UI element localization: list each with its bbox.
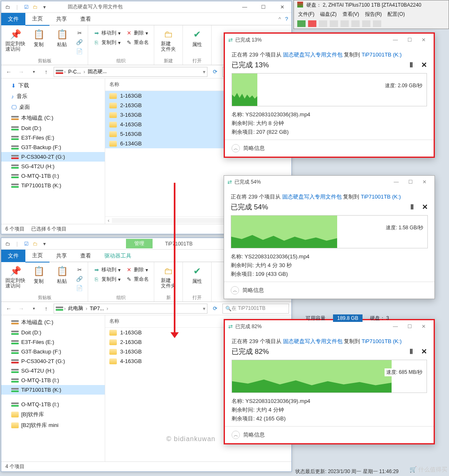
dst-link[interactable]: TiP71001TB (K:) <box>362 52 402 58</box>
nav-item[interactable]: E3T-Files (E:) <box>1 337 105 347</box>
nav-item[interactable]: Doit (D:) <box>1 123 105 133</box>
ribbon-collapse-icon[interactable]: ^ <box>279 16 281 22</box>
src-link[interactable]: 固态硬盘写入专用文件包 <box>283 338 343 344</box>
close-button[interactable]: ✕ <box>417 324 430 329</box>
max-button[interactable]: ☐ <box>403 37 416 43</box>
delete-button[interactable]: ✕删除 ▾ <box>124 265 150 274</box>
max-button[interactable]: ☐ <box>403 324 416 329</box>
tab-share[interactable]: 共享 <box>49 13 74 25</box>
refresh-button[interactable]: ⟳ <box>210 69 220 75</box>
dialog-titlebar[interactable]: ⇄已完成 13%—☐✕ <box>225 34 434 46</box>
nav-item[interactable]: 本地磁盘 (C:) <box>1 113 105 123</box>
nav-item[interactable]: E3T-Files (E:) <box>1 133 105 142</box>
nav-item[interactable]: [B]软件库 <box>1 409 105 420</box>
tab-home[interactable]: 主页 <box>25 12 49 26</box>
delete-button[interactable]: ✕删除 ▾ <box>124 29 150 37</box>
dialog-footer[interactable]: ︿简略信息 <box>224 282 434 299</box>
cdi-menu-config[interactable]: 配置(O) <box>387 11 405 18</box>
refresh-button[interactable]: ⟳ <box>210 305 220 312</box>
copyto-button[interactable]: ⎘复制到 ▾ <box>91 275 122 284</box>
qat-check[interactable]: ☑ <box>23 240 30 247</box>
chevron-up-icon[interactable]: ︿ <box>232 431 240 439</box>
recent-dd[interactable]: ▾ <box>29 304 39 314</box>
qat-dd[interactable]: ▾ <box>41 4 48 10</box>
copy-button[interactable]: 📋复制 <box>28 27 49 48</box>
search-input[interactable]: 🔍 在 TiP71001TB <box>222 304 289 314</box>
nav-item[interactable]: Doit (D:) <box>1 328 105 337</box>
src-link[interactable]: 固态硬盘写入专用文件包 <box>282 194 342 200</box>
src-link[interactable]: 固态硬盘写入专用文件包 <box>283 52 343 58</box>
min-button[interactable]: — <box>389 37 402 43</box>
cdi-menu-file[interactable]: 文件(F) <box>298 11 314 18</box>
qat-dd[interactable]: ▾ <box>41 240 48 247</box>
qat-folder[interactable]: 🗀 <box>32 240 39 247</box>
newfolder-button[interactable]: 🗀新建 文件夹 <box>158 264 179 289</box>
breadcrumb[interactable]: ›此电脑 ›TiP7... › ▾ <box>54 304 207 314</box>
moveto-button[interactable]: ➡移动到 ▾ <box>91 265 122 274</box>
close-button[interactable]: ✕ <box>273 1 291 13</box>
nav-item[interactable]: G3T-Backup (F:) <box>1 347 105 356</box>
cdi-menu-disk[interactable]: 磁盘(Z) <box>320 11 336 18</box>
tab-view[interactable]: 查看 <box>74 250 98 262</box>
nav-item[interactable]: O-MTQ-1TB (I:) <box>1 375 105 385</box>
min-button[interactable]: — <box>389 324 402 329</box>
cancel-button[interactable]: ✕ <box>422 203 428 211</box>
forward-button[interactable]: → <box>16 304 26 314</box>
rename-button[interactable]: ✎重命名 <box>124 38 150 47</box>
help-icon[interactable]: ? <box>285 16 288 22</box>
titlebar[interactable]: 🗀 | ☑ 🗀 ▾ 固态硬盘写入专用文件包 — ☐ ✕ <box>1 1 291 13</box>
dst-link[interactable]: TiP71001TB (K:) <box>361 194 401 200</box>
brief-info[interactable]: 简略信息 <box>243 145 265 152</box>
cdi-menu[interactable]: 文件(F) 磁盘(Z) 查看(V) 报告(R) 配置(O) <box>294 10 449 19</box>
copy-button[interactable]: 📋复制 <box>28 264 49 285</box>
min-button[interactable]: — <box>390 179 403 185</box>
forward-button[interactable]: → <box>16 67 26 77</box>
pin-button[interactable]: 📌固定到快 速访问 <box>5 264 26 289</box>
qat-folder[interactable]: 🗀 <box>32 4 39 10</box>
nav-item[interactable]: SG-4T2U (H:) <box>1 366 105 375</box>
tab-view[interactable]: 查看 <box>74 13 98 25</box>
rename-button[interactable]: ✎重命名 <box>124 275 150 284</box>
tab-file[interactable]: 文件 <box>1 13 25 25</box>
min-button[interactable]: — <box>235 1 254 13</box>
pin-button[interactable]: 📌固定到快 速访问 <box>5 27 26 52</box>
pause-button[interactable]: Ⅱ <box>410 61 413 69</box>
tab-drivetools[interactable]: 驱动器工具 <box>98 250 138 262</box>
nav-pane[interactable]: ⬇下载♪音乐🖵桌面本地磁盘 (C:)Doit (D:)E3T-Files (E:… <box>1 79 105 224</box>
cdi-menu-view[interactable]: 查看(V) <box>343 11 359 18</box>
nav-item[interactable]: P-CS3040-2T (G:) <box>1 356 105 366</box>
pause-button[interactable]: Ⅱ <box>410 203 414 211</box>
breadcrumb[interactable]: ›P-C... ›固态硬... ▾ <box>54 67 207 77</box>
paste-button[interactable]: 📋粘贴 <box>51 264 73 285</box>
nav-item[interactable]: O-MTQ-1TB (I:) <box>1 171 105 181</box>
brief-info[interactable]: 简略信息 <box>242 287 264 294</box>
recent-dd[interactable]: ▾ <box>29 67 39 77</box>
close-button[interactable]: ✕ <box>418 179 431 185</box>
max-button[interactable]: ☐ <box>404 179 417 185</box>
nav-item[interactable]: P-CS3040-2T (G:) <box>1 152 105 162</box>
cancel-button[interactable]: ✕ <box>421 347 427 356</box>
nav-item[interactable]: ⬇下载 <box>1 80 105 91</box>
dialog-titlebar[interactable]: ⇄已完成 54%—☐✕ <box>224 176 434 188</box>
tab-file[interactable]: 文件 <box>1 250 25 262</box>
newfolder-button[interactable]: 🗀新建 文件夹 <box>158 27 179 52</box>
up-button[interactable]: ↑ <box>41 304 51 314</box>
nav-item[interactable]: TiP71001TB (K:) <box>1 385 105 395</box>
back-button[interactable]: ← <box>4 67 14 77</box>
nav-item[interactable]: SG-4T2U (H:) <box>1 162 105 171</box>
nav-item[interactable]: TiP71001TB (K:) <box>1 181 105 190</box>
chevron-up-icon[interactable]: ︿ <box>231 286 239 294</box>
back-button[interactable]: ← <box>4 304 14 314</box>
nav-item[interactable]: ♪音乐 <box>1 91 105 102</box>
properties-button[interactable]: ✔属性 <box>186 264 208 285</box>
pause-button[interactable]: Ⅱ <box>410 347 413 356</box>
up-button[interactable]: ↑ <box>41 67 51 77</box>
dialog-footer[interactable]: ︿简略信息 <box>225 426 434 443</box>
nav-item[interactable]: [B2]软件库 mini <box>1 420 105 431</box>
properties-button[interactable]: ✔属性 <box>186 27 208 48</box>
cdi-menu-report[interactable]: 报告(R) <box>365 11 382 18</box>
brief-info[interactable]: 简略信息 <box>243 431 265 439</box>
dst-link[interactable]: TiP71001TB (K:) <box>362 338 402 344</box>
nav-item[interactable]: O-MTQ-1TB (I:) <box>1 400 105 409</box>
tab-share[interactable]: 共享 <box>49 250 74 262</box>
